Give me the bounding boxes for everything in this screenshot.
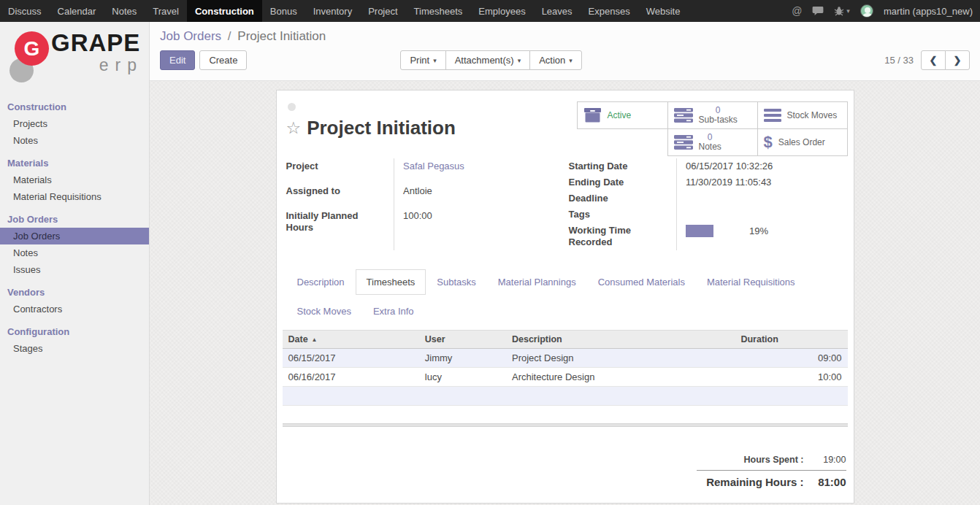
menu-timesheets[interactable]: Timesheets <box>406 0 471 22</box>
sort-ascending-icon: ▲ <box>312 336 318 343</box>
cell-duration: 09:00 <box>735 349 847 368</box>
subtasks-icon <box>674 107 693 123</box>
menu-inventory[interactable]: Inventory <box>305 0 360 22</box>
assigned-to-value: Antloie <box>394 183 562 208</box>
brand-name: GRAPE <box>51 29 140 56</box>
menu-construction[interactable]: Construction <box>187 0 262 22</box>
user-avatar[interactable] <box>860 4 873 18</box>
create-button[interactable]: Create <box>199 50 247 70</box>
menu-expenses[interactable]: Expenses <box>581 0 638 22</box>
stock-moves-icon <box>764 109 781 122</box>
sidebar-item-issues[interactable]: Issues <box>0 261 149 278</box>
sidebar-section-vendors: Vendors <box>0 278 149 301</box>
sidebar-item-material-requisitions[interactable]: Material Requisitions <box>0 188 149 205</box>
notes-stat-button[interactable]: 0 Notes <box>667 128 758 156</box>
tab-timesheets[interactable]: Timesheets <box>356 269 426 295</box>
timesheets-table: Date▲ User Description Duration 06/15/20… <box>283 330 848 406</box>
tags-value <box>677 207 844 223</box>
dollar-icon: $ <box>764 133 773 152</box>
project-label: Project <box>286 158 394 183</box>
sidebar-item-contractors[interactable]: Contractors <box>0 301 149 317</box>
table-row[interactable]: 06/16/2017 lucy Architecture Design 10:0… <box>283 368 848 387</box>
tab-subtasks[interactable]: Subtasks <box>426 269 486 295</box>
breadcrumb-separator: / <box>225 29 234 43</box>
column-header-description[interactable]: Description <box>506 331 735 349</box>
menu-calendar[interactable]: Calendar <box>50 0 104 22</box>
debug-mode-icon[interactable]: ▾ <box>834 6 850 16</box>
assigned-to-label: Assigned to <box>286 183 394 208</box>
sidebar-section-job-orders: Job Orders <box>0 205 149 228</box>
tab-stock-moves[interactable]: Stock Moves <box>286 298 362 324</box>
sidebar: G GRAPE erp Construction Projects Notes … <box>0 22 150 505</box>
stock-moves-stat-button[interactable]: Stock Moves <box>757 101 848 129</box>
planned-hours-value: 100:00 <box>394 208 562 250</box>
user-menu[interactable]: martin (apps10_new) <box>884 6 973 17</box>
column-header-date[interactable]: Date▲ <box>283 331 419 349</box>
column-header-duration[interactable]: Duration <box>735 331 847 349</box>
attachments-dropdown[interactable]: Attachment(s)▾ <box>445 50 530 70</box>
top-navbar: Discuss Calendar Notes Travel Constructi… <box>0 0 980 22</box>
tab-material-plannings[interactable]: Material Plannings <box>487 269 587 295</box>
chat-icon[interactable] <box>812 6 824 16</box>
menu-bonus[interactable]: Bonus <box>262 0 305 22</box>
subtasks-label: Sub-tasks <box>699 115 738 125</box>
sidebar-item-stages[interactable]: Stages <box>0 340 149 357</box>
edit-button[interactable]: Edit <box>160 50 195 70</box>
column-header-user[interactable]: User <box>419 331 506 349</box>
progress-percent: 19% <box>686 225 832 237</box>
action-label: Action <box>539 55 565 66</box>
chevron-right-icon: ❯ <box>954 55 962 66</box>
favorite-star-icon[interactable]: ☆ <box>286 120 302 136</box>
sidebar-item-construction-notes[interactable]: Notes <box>0 132 149 149</box>
menu-employees[interactable]: Employees <box>470 0 533 22</box>
pager-previous-button[interactable]: ❮ <box>921 50 946 70</box>
tags-label: Tags <box>569 207 677 223</box>
horizontal-divider <box>283 423 848 427</box>
sidebar-item-job-orders-notes[interactable]: Notes <box>0 244 149 261</box>
menu-notes[interactable]: Notes <box>104 0 145 22</box>
menu-project[interactable]: Project <box>360 0 405 22</box>
deadline-value <box>677 190 844 207</box>
cell-date: 06/16/2017 <box>283 368 419 387</box>
deadline-label: Deadline <box>569 190 677 207</box>
form-view-background: Active 0 Sub-tasks <box>150 81 980 505</box>
subtasks-stat-button[interactable]: 0 Sub-tasks <box>667 101 758 129</box>
chevron-down-icon: ▾ <box>518 57 521 64</box>
working-time-label: Working Time Recorded <box>569 223 677 250</box>
chevron-down-icon: ▾ <box>433 57 437 64</box>
table-row[interactable]: 06/15/2017 Jimmy Project Design 09:00 <box>283 349 848 368</box>
stock-moves-label: Stock Moves <box>787 110 838 120</box>
totals-block: Hours Spent : 19:00 Remaining Hours : 81… <box>283 455 848 488</box>
notebook-tabs: Description Timesheets Subtasks Material… <box>286 269 844 324</box>
menu-travel[interactable]: Travel <box>145 0 187 22</box>
project-value[interactable]: Safal Pegasus <box>394 158 562 183</box>
print-label: Print <box>410 55 429 66</box>
tab-extra-info[interactable]: Extra Info <box>362 298 425 324</box>
kanban-state-dot[interactable] <box>288 103 296 111</box>
tab-material-requisitions[interactable]: Material Requisitions <box>696 269 806 295</box>
logo-mark: G <box>15 31 49 66</box>
breadcrumb-current: Project Initiation <box>237 29 326 43</box>
menu-website[interactable]: Website <box>638 0 689 22</box>
sidebar-item-projects[interactable]: Projects <box>0 115 149 132</box>
active-toggle-button[interactable]: Active <box>577 101 668 129</box>
control-panel: Job Orders / Project Initiation Edit Cre… <box>150 22 980 81</box>
menu-leaves[interactable]: Leaves <box>534 0 581 22</box>
menu-discuss[interactable]: Discuss <box>0 0 50 22</box>
tab-consumed-materials[interactable]: Consumed Materials <box>587 269 696 295</box>
action-dropdown[interactable]: Action▾ <box>529 50 582 70</box>
sidebar-item-job-orders[interactable]: Job Orders <box>0 228 149 244</box>
sales-order-stat-button[interactable]: $ Sales Order <box>757 128 848 156</box>
remaining-hours-value: 81:00 <box>804 476 846 488</box>
hours-spent-value: 19:00 <box>804 455 846 465</box>
tab-description[interactable]: Description <box>286 269 356 295</box>
starting-date-label: Starting Date <box>569 158 677 174</box>
breadcrumb-job-orders[interactable]: Job Orders <box>160 29 221 43</box>
mention-icon[interactable]: @ <box>792 5 802 17</box>
notes-icon <box>674 134 693 150</box>
hours-spent-label: Hours Spent : <box>744 455 804 465</box>
pager-next-button[interactable]: ❯ <box>945 50 970 70</box>
remaining-hours-label: Remaining Hours : <box>706 476 803 488</box>
sidebar-item-materials[interactable]: Materials <box>0 171 149 188</box>
print-dropdown[interactable]: Print▾ <box>400 50 445 70</box>
